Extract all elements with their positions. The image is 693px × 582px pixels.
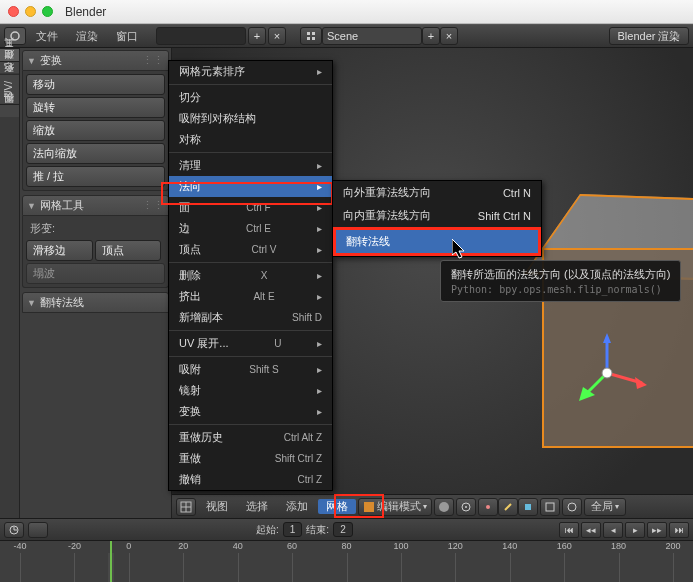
panel-transform-header[interactable]: 变换 ⋮⋮ — [22, 50, 169, 71]
vp-menu-mesh[interactable]: 网格 — [318, 499, 356, 514]
editor-type-icon[interactable] — [176, 498, 196, 516]
timeline-tick: 160 — [557, 541, 572, 551]
mi-symmetrize[interactable]: 对称 — [169, 129, 332, 150]
svg-line-24 — [505, 504, 511, 510]
vp-menu-select[interactable]: 选择 — [238, 499, 276, 514]
end-label: 结束: — [306, 523, 329, 537]
panel-mesh-tools-header[interactable]: 网格工具 ⋮⋮ — [22, 195, 169, 216]
timeline-playhead[interactable] — [110, 541, 112, 582]
btn-noise[interactable]: 塌波 — [26, 263, 165, 284]
layout-dropdown[interactable] — [156, 27, 246, 45]
tab-create[interactable]: 创建 — [0, 61, 19, 74]
maximize-window-button[interactable] — [42, 6, 53, 17]
play-reverse-icon[interactable]: ◂ — [603, 522, 623, 538]
tab-tools[interactable]: 工具 — [0, 48, 19, 61]
mi-cleanup[interactable]: 清理 — [169, 155, 332, 176]
mi-transform-sub[interactable]: 变换 — [169, 401, 332, 422]
shading-dropdown[interactable] — [434, 498, 454, 516]
edge-select-icon[interactable] — [498, 498, 518, 516]
prev-keyframe-icon[interactable]: ◂◂ — [581, 522, 601, 538]
mi-sort-elements[interactable]: 网格元素排序 — [169, 61, 332, 82]
panel-transform-title: 变换 — [40, 53, 62, 68]
layout-remove-button[interactable]: × — [268, 27, 286, 45]
mi-recalc-inside[interactable]: 向内重算法线方向Shift Ctrl N — [333, 204, 541, 227]
mi-mirror[interactable]: 镜射 — [169, 380, 332, 401]
orientation-label: 全局 — [591, 499, 613, 514]
svg-rect-3 — [307, 37, 310, 40]
menu-window[interactable]: 窗口 — [108, 24, 146, 48]
btn-scale[interactable]: 缩放 — [26, 120, 165, 141]
timeline-editor: 起始: 1 结束: 2 ⏮ ◂◂ ◂ ▸ ▸▸ ⏭ -40-2002040608… — [0, 518, 693, 582]
start-frame-field[interactable]: 1 — [283, 522, 303, 537]
mi-snap-symmetry[interactable]: 吸附到对称结构 — [169, 108, 332, 129]
timeline-header: 起始: 1 结束: 2 ⏮ ◂◂ ◂ ▸ ▸▸ ⏭ — [0, 519, 693, 541]
btn-translate[interactable]: 移动 — [26, 74, 165, 95]
mi-bisect[interactable]: 切分 — [169, 87, 332, 108]
menu-render[interactable]: 渲染 — [68, 24, 106, 48]
editor-type-icon[interactable] — [4, 27, 26, 45]
mi-snap[interactable]: 吸附Shift S — [169, 359, 332, 380]
jump-start-icon[interactable]: ⏮ — [559, 522, 579, 538]
start-label: 起始: — [256, 523, 279, 537]
vp-menu-add[interactable]: 添加 — [278, 499, 316, 514]
btn-vertex[interactable]: 顶点 — [95, 240, 162, 261]
btn-push-pull[interactable]: 推 / 拉 — [26, 166, 165, 187]
panel-mesh-tools-title: 网格工具 — [40, 198, 84, 213]
tab-uv[interactable]: UV/色彩 — [0, 74, 19, 104]
timeline-marker-button[interactable] — [28, 522, 48, 538]
face-select-icon[interactable] — [518, 498, 538, 516]
btn-rotate[interactable]: 旋转 — [26, 97, 165, 118]
scene-add-button[interactable]: + — [422, 27, 440, 45]
mi-vertices[interactable]: 顶点Ctrl V — [169, 239, 332, 260]
vertex-select-icon[interactable] — [478, 498, 498, 516]
scene-remove-button[interactable]: × — [440, 27, 458, 45]
timeline-editor-icon[interactable] — [4, 522, 24, 538]
timeline-ruler[interactable]: -40-20020406080100120140160180200 — [0, 541, 693, 582]
timeline-tick: 20 — [178, 541, 188, 551]
btn-edge-slide[interactable]: 滑移边 — [26, 240, 93, 261]
limit-selection-icon[interactable] — [540, 498, 560, 516]
shape-label: 形变: — [26, 219, 165, 238]
mi-extrude[interactable]: 挤出Alt E — [169, 286, 332, 307]
mi-redo[interactable]: 重做Shift Ctrl Z — [169, 448, 332, 469]
tooltip-python: Python: bpy.ops.mesh.flip_normals() — [451, 284, 670, 295]
mi-faces[interactable]: 面Ctrl F — [169, 197, 332, 218]
panel-flip-normals-header[interactable]: 翻转法线 — [22, 292, 169, 313]
tab-view[interactable]: 视图 — [0, 104, 19, 117]
menu-file[interactable]: 文件 — [28, 24, 66, 48]
mode-dropdown[interactable]: 编辑模式 ▾ — [358, 498, 432, 516]
mi-edges[interactable]: 边Ctrl E — [169, 218, 332, 239]
mi-undo[interactable]: 撤销Ctrl Z — [169, 469, 332, 490]
btn-normal-scale[interactable]: 法向缩放 — [26, 143, 165, 164]
mesh-cube[interactable] — [542, 198, 693, 458]
minimize-window-button[interactable] — [25, 6, 36, 17]
svg-rect-19 — [364, 502, 374, 512]
mi-uv-unwrap[interactable]: UV 展开...U — [169, 333, 332, 354]
playback-controls: ⏮ ◂◂ ◂ ▸ ▸▸ ⏭ — [559, 522, 689, 538]
mi-delete[interactable]: 删除X — [169, 265, 332, 286]
orientation-dropdown[interactable]: 全局 ▾ — [584, 498, 626, 516]
mi-normals[interactable]: 法向 — [169, 176, 332, 197]
mi-redo-history[interactable]: 重做历史Ctrl Alt Z — [169, 427, 332, 448]
mi-flip-normals[interactable]: 翻转法线 — [336, 230, 538, 253]
mi-duplicate[interactable]: 新增副本Shift D — [169, 307, 332, 328]
jump-end-icon[interactable]: ⏭ — [669, 522, 689, 538]
render-engine-dropdown[interactable]: Blender 渲染 — [609, 27, 689, 45]
proportional-edit-icon[interactable] — [562, 498, 582, 516]
timeline-tick: 0 — [126, 541, 131, 551]
timeline-tick: 40 — [233, 541, 243, 551]
end-frame-field[interactable]: 2 — [333, 522, 353, 537]
scene-selector[interactable]: Scene + × — [300, 27, 458, 45]
next-keyframe-icon[interactable]: ▸▸ — [647, 522, 667, 538]
layout-add-button[interactable]: + — [248, 27, 266, 45]
play-icon[interactable]: ▸ — [625, 522, 645, 538]
timeline-tick: 180 — [611, 541, 626, 551]
close-window-button[interactable] — [8, 6, 19, 17]
scene-name-field[interactable]: Scene — [322, 27, 422, 45]
pivot-dropdown[interactable] — [456, 498, 476, 516]
svg-rect-25 — [525, 504, 531, 510]
vp-menu-view[interactable]: 视图 — [198, 499, 236, 514]
scene-icon[interactable] — [300, 27, 322, 45]
mi-recalc-outside[interactable]: 向外重算法线方向Ctrl N — [333, 181, 541, 204]
svg-point-20 — [439, 502, 449, 512]
